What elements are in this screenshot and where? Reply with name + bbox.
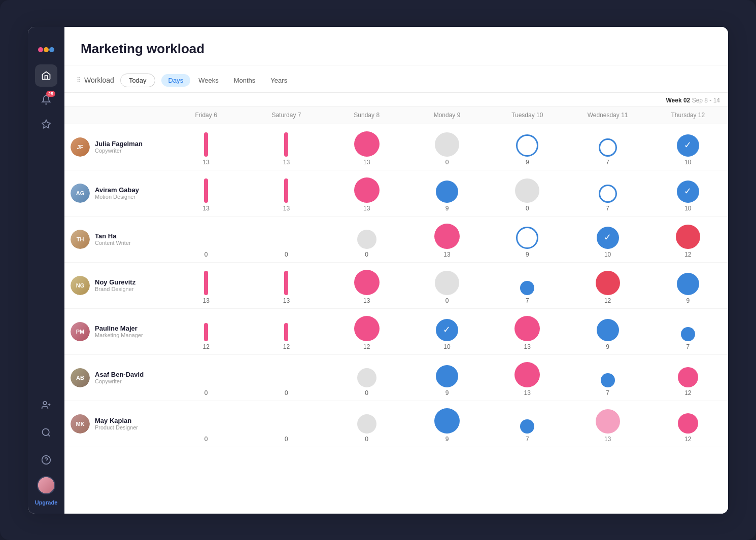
day-header-sat: Saturday 7 — [246, 106, 326, 124]
sidebar-item-add-user[interactable] — [35, 394, 57, 416]
workload-cell[interactable]: 12 — [166, 309, 246, 354]
workload-cell[interactable]: 13 — [567, 401, 647, 447]
today-button[interactable]: Today — [120, 74, 155, 87]
app-logo[interactable] — [37, 36, 56, 55]
tab-days[interactable]: Days — [161, 74, 191, 87]
workload-cell[interactable]: ✓10 — [648, 124, 728, 170]
avatar: AG — [71, 184, 90, 203]
cell-value: 13 — [363, 205, 370, 212]
workload-cell[interactable]: 7 — [567, 355, 647, 401]
cell-value: 9 — [526, 159, 529, 166]
calendar-container: Week 02 Sep 8 - 14 Friday 6 Saturday 7 S… — [64, 93, 728, 514]
sidebar-item-notifications[interactable]: 25 — [35, 89, 57, 111]
workload-cell[interactable]: 9 — [648, 263, 728, 308]
workload-cell[interactable]: 13 — [327, 263, 407, 308]
workload-cell[interactable]: 0 — [166, 401, 246, 447]
tab-years[interactable]: Years — [263, 74, 294, 87]
workload-cell[interactable]: 7 — [648, 309, 728, 354]
workload-cell[interactable]: 13 — [166, 124, 246, 170]
workload-cell[interactable]: 9 — [487, 217, 567, 262]
person-name: Pauline Majer — [95, 325, 143, 332]
tab-months[interactable]: Months — [227, 74, 263, 87]
workload-bubble — [357, 414, 376, 434]
person-info: Tan Ha Content Writer — [95, 232, 131, 246]
workload-bubble — [596, 409, 620, 434]
upgrade-label[interactable]: Upgrade — [35, 499, 58, 506]
avatar: NG — [71, 276, 90, 295]
workload-cell[interactable]: 0 — [246, 401, 326, 447]
workload-cell[interactable]: 0 — [407, 124, 487, 170]
workload-cell[interactable]: 13 — [407, 217, 487, 262]
cell-value: 12 — [684, 389, 691, 397]
toolbar: ⠿ Workload Today Days Weeks Months Years — [64, 65, 728, 93]
workload-cell[interactable]: 13 — [246, 124, 326, 170]
workload-cell[interactable]: 0 — [166, 217, 246, 262]
workload-cell[interactable]: 0 — [327, 401, 407, 447]
calendar-grid: Week 02 Sep 8 - 14 Friday 6 Saturday 7 S… — [64, 93, 728, 447]
workload-cell[interactable]: 7 — [567, 124, 647, 170]
person-name: Aviram Gabay — [95, 186, 139, 194]
day-header-thu: Thursday 12 — [648, 106, 728, 124]
workload-cell[interactable]: 12 — [567, 263, 647, 308]
workload-cell[interactable]: 7 — [487, 401, 567, 447]
cell-value: 7 — [606, 205, 609, 212]
avatar: TH — [71, 230, 90, 249]
workload-cell[interactable]: 0 — [166, 355, 246, 401]
user-avatar[interactable] — [37, 476, 55, 494]
cell-value: 12 — [283, 343, 290, 350]
cell-value: 13 — [363, 159, 370, 166]
workload-cell[interactable]: 12 — [648, 217, 728, 262]
workload-cell[interactable]: 9 — [407, 170, 487, 216]
workload-cell[interactable]: 0 — [246, 217, 326, 262]
cell-value: 7 — [606, 389, 609, 397]
workload-cell[interactable]: 7 — [487, 263, 567, 308]
cell-value: 0 — [285, 436, 288, 443]
sidebar-item-help[interactable] — [35, 449, 57, 471]
workload-cell[interactable]: 0 — [487, 170, 567, 216]
workload-cell[interactable]: 0 — [407, 263, 487, 308]
workload-bubble — [357, 368, 376, 387]
workload-cell[interactable]: ✓10 — [567, 217, 647, 262]
workload-cell[interactable]: 13 — [327, 170, 407, 216]
workload-bubble — [514, 362, 540, 387]
day-headers: Friday 6 Saturday 7 Sunday 8 Monday 9 Tu… — [64, 106, 728, 124]
workload-cell[interactable]: 13 — [246, 263, 326, 308]
workload-bubble — [678, 413, 698, 434]
workload-cell[interactable]: 13 — [166, 263, 246, 308]
person-column-header — [64, 106, 166, 124]
workload-cell[interactable]: ✓10 — [648, 170, 728, 216]
workload-cell[interactable]: ✓10 — [407, 309, 487, 354]
cell-value: 7 — [606, 159, 609, 166]
svg-point-0 — [38, 47, 43, 52]
workload-cell[interactable]: 7 — [567, 170, 647, 216]
cell-value: 12 — [684, 251, 691, 258]
sidebar-item-home[interactable] — [35, 64, 57, 87]
workload-cell[interactable]: 13 — [327, 124, 407, 170]
workload-cell[interactable]: 13 — [166, 170, 246, 216]
workload-cell[interactable]: 0 — [246, 355, 326, 401]
workload-cell[interactable]: 13 — [246, 170, 326, 216]
cell-value: 0 — [285, 251, 288, 258]
workload-cell[interactable]: 9 — [407, 401, 487, 447]
person-role: Copywriter — [95, 378, 144, 384]
workload-cell[interactable]: 12 — [327, 309, 407, 354]
person-info: Pauline Majer Marketing Manager — [95, 325, 143, 338]
workload-cell[interactable]: 0 — [327, 217, 407, 262]
workload-cell[interactable]: 12 — [648, 355, 728, 401]
workload-cell[interactable]: 9 — [487, 124, 567, 170]
workload-cell[interactable]: 0 — [327, 355, 407, 401]
workload-cell[interactable]: 9 — [407, 355, 487, 401]
sidebar-item-search[interactable] — [35, 421, 57, 444]
workload-cell[interactable]: 13 — [487, 355, 567, 401]
workload-cell[interactable]: 9 — [567, 309, 647, 354]
cell-value: 13 — [524, 343, 531, 350]
workload-cell[interactable]: 13 — [487, 309, 567, 354]
tab-weeks[interactable]: Weeks — [191, 74, 226, 87]
table-row: PM Pauline Majer Marketing Manager 12121… — [64, 309, 728, 355]
workload-cell[interactable]: 12 — [648, 401, 728, 447]
person-cell: PM Pauline Majer Marketing Manager — [64, 315, 166, 348]
cell-value: 9 — [445, 205, 449, 212]
sidebar-item-favorites[interactable] — [35, 113, 57, 135]
workload-bubble — [676, 225, 700, 249]
workload-cell[interactable]: 12 — [246, 309, 326, 354]
